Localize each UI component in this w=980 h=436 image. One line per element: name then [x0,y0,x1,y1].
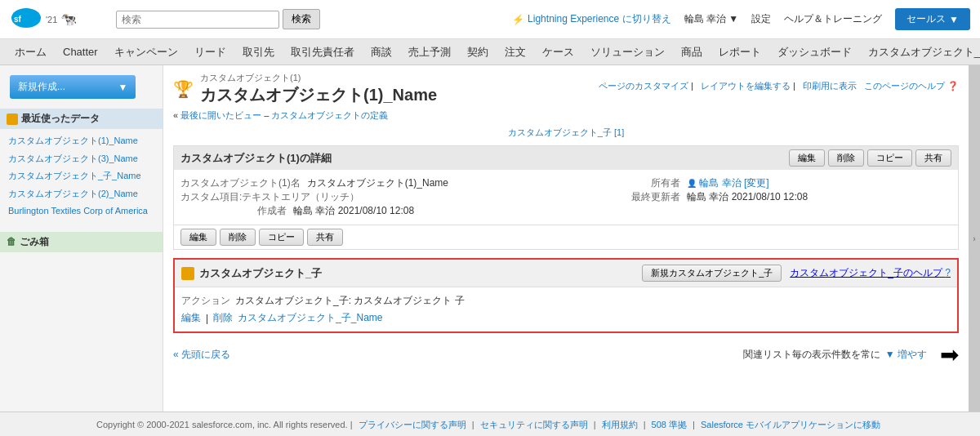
field-value-name: カスタムオブジェクト(1)_Name [307,176,448,190]
edit-button-bottom[interactable]: 編集 [180,229,216,246]
nav-item-contract[interactable]: 契約 [459,40,497,65]
page-header: 🏆 カスタムオブジェクト(1) カスタムオブジェクト(1)_Name ページのカ… [173,72,959,106]
footer-terms-link[interactable]: 利用規約 [602,420,638,429]
footer-mobile-link[interactable]: Salesforce モバイルアプリケーションに移動 [701,420,880,429]
nav-item-custom-parent[interactable]: カスタムオブジェクト_親 [860,40,980,65]
sidebar: 新規作成... ▼ 最近使ったデータ カスタムオブジェクト(1)_Name カス… [0,65,163,412]
row-edit-link[interactable]: 編集 [181,311,201,325]
recent-data-section: 最近使ったデータ [0,109,163,129]
detail-footer-buttons: 編集 削除 コピー 共有 [174,225,958,249]
new-create-dropdown-icon: ▼ [118,82,128,93]
related-action-label: アクション [181,294,230,308]
breadcrumb: « 最後に開いたビュー – カスタムオブジェクトの定義 [173,109,959,122]
recent-section-icon [7,113,18,125]
nav-item-report[interactable]: レポート [710,40,769,65]
field-value-created: 輪島 幸治 2021/08/10 12:08 [293,204,414,218]
related-list-icon [181,267,194,280]
related-list-body: アクション カスタムオブジェクト_子: カスタムオブジェクト 子 編集 | 削除… [175,287,957,331]
edit-layout-link[interactable]: レイアウトを編集する [701,81,791,91]
field-row-richtext: カスタム項目:テキストエリア（リッチ） [180,190,558,204]
related-tab-link[interactable]: カスタムオブジェクト_子 [1] [508,127,624,137]
page-help-link[interactable]: このページのヘルプ [864,81,945,91]
recent-link-2[interactable]: カスタムオブジェクト_子_Name [5,167,158,185]
nav-item-account[interactable]: 取引先 [234,40,283,65]
help-link[interactable]: ヘルプ＆トレーニング [784,12,882,26]
main-content: 🏆 カスタムオブジェクト(1) カスタムオブジェクト(1)_Name ページのカ… [163,65,969,412]
page-title: カスタムオブジェクト(1)_Name [200,84,437,106]
nav-item-forecast[interactable]: 売上予測 [400,40,459,65]
footer: Copyright © 2000-2021 salesforce.com, in… [0,412,980,436]
nav-item-home[interactable]: ホーム [7,40,55,65]
last-view-link[interactable]: 最後に開いたビュー [180,110,261,120]
customize-page-link[interactable]: ページのカスタマイズ [599,81,688,91]
nav-item-dashboard[interactable]: ダッシュボード [769,40,860,65]
nav-item-case[interactable]: ケース [534,40,582,65]
trash-section: 🗑 ごみ箱 [0,232,163,252]
delete-button-bottom[interactable]: 削除 [220,229,256,246]
nav-item-order[interactable]: 注文 [497,40,534,65]
nav-bar: ホーム Chatter キャンペーン リード 取引先 取引先責任者 商談 売上予… [0,39,980,65]
nav-item-chatter[interactable]: Chatter [55,41,106,63]
share-button-top[interactable]: 共有 [915,149,951,167]
nav-item-lead[interactable]: リード [186,40,234,65]
right-panel-toggle[interactable]: › [969,65,980,412]
field-row-name: カスタムオブジェクト(1)名 カスタムオブジェクト(1)_Name [180,176,558,190]
related-action-value: カスタムオブジェクト_子: カスタムオブジェクト 子 [235,294,465,308]
settings-link[interactable]: 設定 [751,12,771,26]
new-child-button[interactable]: 新規カスタムオブジェクト_子 [642,265,782,282]
footer-privacy-link[interactable]: プライバシーに関する声明 [359,420,466,429]
header-right: ⚡ Lightning Experience に切り替え 輪島 幸治 ▼ 設定 … [512,8,970,30]
recent-link-0[interactable]: カスタムオブジェクト(1)_Name [5,132,158,150]
nav-item-contact[interactable]: 取引先責任者 [283,40,363,65]
search-input[interactable] [116,11,279,29]
nav-item-campaign[interactable]: キャンペーン [106,40,186,65]
detail-header: カスタムオブジェクト(1)の詳細 編集 削除 コピー 共有 [174,146,958,170]
search-button[interactable]: 検索 [283,9,320,29]
nav-item-solution[interactable]: ソリューション [582,40,673,65]
field-label-richtext: カスタム項目:テキストエリア（リッチ） [180,190,359,204]
owner-link[interactable]: 輪島 幸治 [699,177,741,189]
sales-button[interactable]: セールス ▼ [895,8,970,30]
salesforce-logo: sf [10,7,42,32]
definition-link[interactable]: カスタムオブジェクトの定義 [271,110,388,120]
footer-508-link[interactable]: 508 準拠 [652,420,687,429]
share-button-bottom[interactable]: 共有 [307,229,343,246]
detail-section: カスタムオブジェクト(1)の詳細 編集 削除 コピー 共有 カスタムオブジェクト… [173,145,959,250]
footer-security-link[interactable]: セキュリティに関する声明 [480,420,588,429]
recent-link-3[interactable]: カスタムオブジェクト(2)_Name [5,185,158,203]
main-layout: 新規作成... ▼ 最近使ったデータ カスタムオブジェクト(1)_Name カス… [0,65,980,412]
related-actions-row: 編集 | 削除 カスタムオブジェクト_子_Name [181,311,951,325]
sales-dropdown-icon: ▼ [949,14,959,25]
recent-link-1[interactable]: カスタムオブジェクト(3)_Name [5,150,158,168]
svg-text:sf: sf [14,15,22,24]
new-create-button[interactable]: 新規作成... ▼ [10,75,136,99]
detail-left-col: カスタムオブジェクト(1)名 カスタムオブジェクト(1)_Name カスタム項目… [180,176,558,218]
user-name[interactable]: 輪島 幸治 ▼ [684,12,739,26]
field-label-owner: 所有者 [574,176,680,190]
change-owner-link[interactable]: [変更] [744,177,769,189]
object-label: カスタムオブジェクト(1) [200,72,437,84]
detail-right-col: 所有者 👤 輪島 幸治 [変更] 最終更新者 輪島 幸治 2021/08/10 … [574,176,951,218]
related-list-header: カスタムオブジェクト_子 新規カスタムオブジェクト_子 カスタムオブジェクト_子… [175,260,957,287]
copy-button-top[interactable]: コピー [867,149,912,167]
related-list-title: カスタムオブジェクト_子 [181,266,322,281]
back-to-top-link[interactable]: « 先頭に戻る [173,348,230,362]
nav-item-opportunity[interactable]: 商談 [363,40,400,65]
row-record-link[interactable]: カスタムオブジェクト_子_Name [238,311,382,325]
header: sf '21 🐄 検索 ⚡ Lightning Experience に切り替え… [0,0,980,39]
field-row-owner: 所有者 👤 輪島 幸治 [変更] [574,176,951,190]
row-delete-link[interactable]: 削除 [213,311,233,325]
print-link[interactable]: 印刷用に表示 [803,81,857,91]
child-help-link[interactable]: カスタムオブジェクト_子のヘルプ ? [790,266,951,280]
recent-link-4[interactable]: Burlington Textiles Corp of America [5,202,158,220]
edit-button-top[interactable]: 編集 [789,149,825,167]
field-label-lastmod: 最終更新者 [574,190,680,204]
delete-button-top[interactable]: 削除 [828,149,864,167]
arrow-annotation: ➡ [940,341,959,368]
copy-button-bottom[interactable]: コピー [259,229,304,246]
related-list-actions: 新規カスタムオブジェクト_子 カスタムオブジェクト_子のヘルプ ? [642,265,951,282]
lightning-switch-link[interactable]: ⚡ Lightning Experience に切り替え [512,12,670,26]
increase-link[interactable]: ▼ 増やす [885,348,927,362]
mascot-icon: 🐄 [60,11,77,27]
nav-item-product[interactable]: 商品 [673,40,710,65]
